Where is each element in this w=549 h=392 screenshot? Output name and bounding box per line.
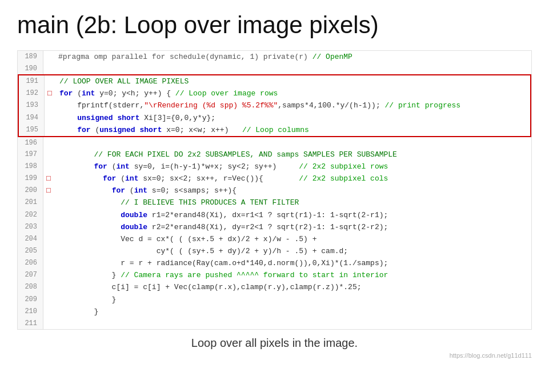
code-line-200: 200 □ for (int s=0; s<samps; s++){ [18,185,531,197]
code-line-202: 202 double r1=2*erand48(Xi), dx=r1<1 ? s… [18,209,531,221]
code-line-189: 189 #pragma omp parallel for schedule(dy… [18,51,531,63]
watermark: https://blog.csdn.net/g11d111 [17,352,532,359]
code-line-192: 192 □ for (int y=0; y<h; y++) { // Loop … [19,87,530,99]
code-line-210: 210 } [18,306,531,318]
code-line-208: 208 c[i] = c[i] + Vec(clamp(r.x),clamp(r… [18,281,531,293]
caption: Loop over all pixels in the image. [17,337,532,350]
code-line-206: 206 r = r + radiance(Ray(cam.o+d*140,d.n… [18,257,531,269]
highlighted-block: 191 // LOOP OVER ALL IMAGE PIXELS 192 □ … [18,74,531,137]
code-line-199: 199 □ for (int sx=0; sx<2; sx++, r=Vec()… [18,173,531,185]
code-container: 189 #pragma omp parallel for schedule(dy… [17,50,532,330]
code-line-194: 194 unsigned short Xi[3]={0,0,y*y}; [19,112,530,124]
code-line-201: 201 // I BELIEVE THIS PRODUCES A TENT FI… [18,197,531,209]
code-line-204: 204 Vec d = cx*( ( (sx+.5 + dx)/2 + x)/w… [18,233,531,245]
code-line-205: 205 cy*( ( (sy+.5 + dy)/2 + y)/h - .5) +… [18,245,531,257]
code-line-211: 211 [18,318,531,329]
code-line-198: 198 for (int sy=0, i=(h-y-1)*w+x; sy<2; … [18,161,531,173]
code-line-203: 203 double r2=2*erand48(Xi), dy=r2<1 ? s… [18,221,531,233]
code-line-195: 195 for (unsigned short x=0; x<w; x++) /… [19,124,530,136]
code-line-193: 193 fprintf(stderr,"\rRendering (%d spp)… [19,99,530,111]
code-line-191: 191 // LOOP OVER ALL IMAGE PIXELS [19,75,530,87]
code-line-196: 196 [18,137,531,149]
code-line-209: 209 } [18,294,531,306]
page-title: main (2b: Loop over image pixels) [17,11,532,39]
code-line-190: 190 [18,63,531,74]
code-line-197: 197 // FOR EACH PIXEL DO 2x2 SUBSAMPLES,… [18,149,531,161]
code-line-207: 207 } // Camera rays are pushed ^^^^^ fo… [18,269,531,281]
